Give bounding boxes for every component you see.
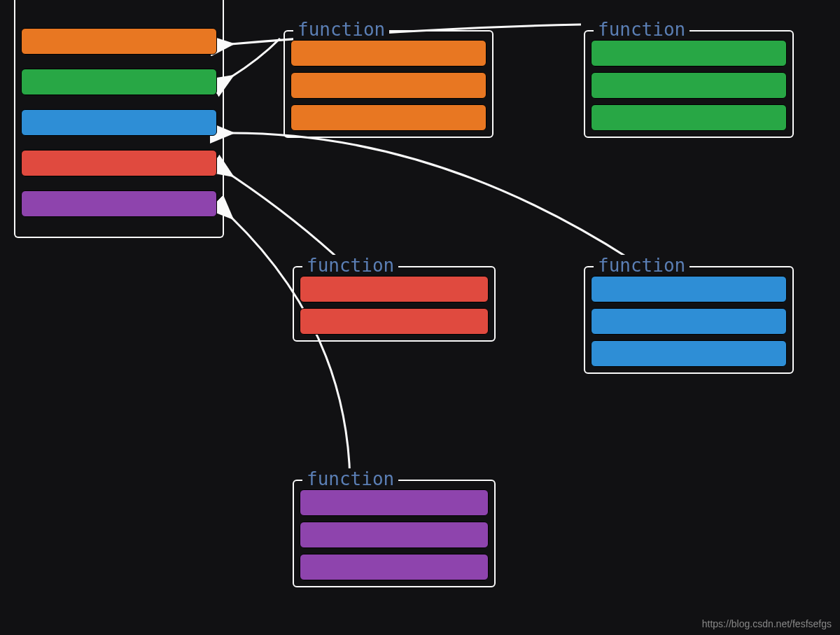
box-label: function — [594, 255, 690, 276]
bar-green — [591, 72, 787, 99]
box-label: function — [302, 468, 398, 489]
box-target — [14, 0, 224, 238]
box-fn-blue: function — [584, 266, 794, 374]
box-label: function — [594, 19, 690, 40]
bar-red — [21, 150, 217, 176]
bar-orange — [290, 104, 486, 131]
box-fn-orange: function — [284, 30, 493, 138]
bar-purple — [300, 489, 489, 516]
box-fn-green: function — [584, 30, 794, 138]
bar-blue — [591, 276, 787, 302]
bar-red — [300, 276, 489, 302]
bar-purple — [300, 522, 489, 548]
arrow — [231, 133, 630, 259]
bar-green — [591, 40, 787, 67]
bar-green — [591, 104, 787, 131]
box-label: function — [293, 19, 389, 40]
bar-blue — [21, 109, 217, 136]
bar-purple — [21, 190, 217, 217]
box-fn-purple: function — [293, 480, 496, 587]
box-label: function — [302, 255, 398, 276]
bar-green — [21, 69, 217, 95]
arrow — [231, 39, 280, 77]
watermark: https://blog.csdn.net/fesfsefgs — [702, 618, 832, 629]
bar-blue — [591, 308, 787, 335]
bar-blue — [591, 340, 787, 367]
bar-orange — [290, 40, 486, 67]
bar-orange — [21, 28, 217, 55]
bar-red — [300, 308, 489, 335]
bar-orange — [290, 72, 486, 99]
bar-purple — [300, 554, 489, 580]
box-fn-red: function — [293, 266, 496, 342]
arrow — [231, 175, 346, 266]
